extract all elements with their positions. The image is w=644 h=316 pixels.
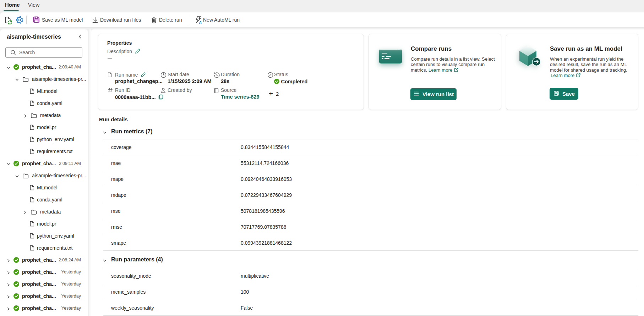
svg-text:A: A [199, 20, 202, 24]
